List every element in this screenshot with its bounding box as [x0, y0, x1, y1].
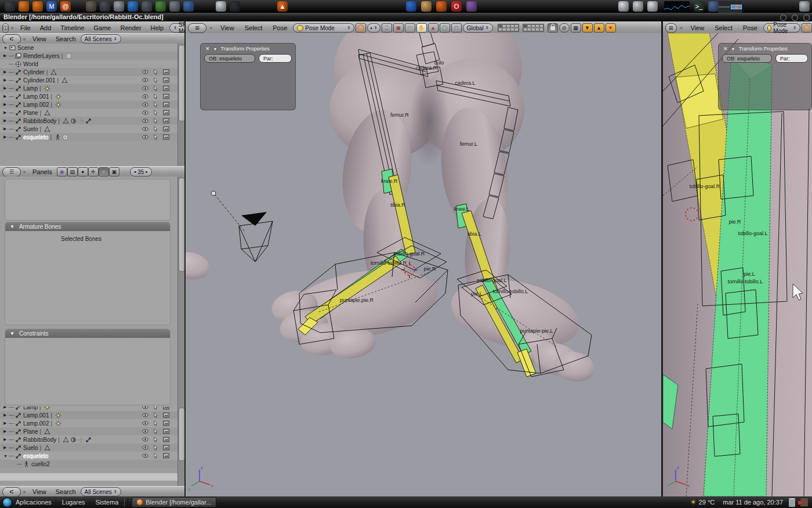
selectability-cursor-icon[interactable]	[153, 420, 159, 426]
outliner-row-lamp-001[interactable]: ▶—Lamp.001|	[0, 411, 177, 419]
renderability-icon[interactable]	[163, 85, 169, 91]
outliner-item-label[interactable]: Scene	[17, 45, 34, 51]
layer-6-button[interactable]	[498, 28, 502, 31]
pose-menu[interactable]: Pose	[743, 24, 757, 31]
outliner-item-label[interactable]: Lamp.001	[23, 412, 49, 419]
google-earth-icon[interactable]	[406, 1, 416, 12]
selectability-cursor-icon[interactable]	[153, 118, 159, 124]
view3d-editor-type-button[interactable]: ⊞	[665, 23, 677, 33]
firefox-icon[interactable]	[436, 1, 447, 12]
outliner-row-cylinder[interactable]: ▶—Cylinder|	[0, 68, 177, 76]
renderability-icon[interactable]	[163, 77, 169, 83]
parent-field[interactable]: Par:	[259, 54, 292, 63]
visibility-eye-icon[interactable]	[142, 126, 148, 132]
expander-closed-icon[interactable]: ▶	[3, 70, 8, 74]
layer-16-button[interactable]	[523, 28, 527, 31]
visibility-eye-icon[interactable]	[142, 69, 148, 75]
blender-icon[interactable]	[19, 1, 29, 12]
outliner-menu-view[interactable]: View	[32, 488, 46, 495]
expander-closed-icon[interactable]: ▶	[3, 445, 8, 450]
layer-17-button[interactable]	[527, 28, 531, 31]
selectability-cursor-icon[interactable]	[153, 102, 159, 107]
outliner-scenes-dropdown[interactable]: All Scenes ⇕	[81, 487, 121, 496]
armature-bones-panel-header[interactable]: ▼ Armature Bones	[5, 222, 170, 231]
viewport-3d-right[interactable]: z x tobillo-goal.Rpie.Rtobillo-goal.Lpie…	[663, 33, 812, 496]
header-collapse-icon[interactable]: ▿	[680, 26, 683, 31]
outliner-row-lamp[interactable]: ▶—Lamp|	[0, 406, 177, 411]
renderability-icon[interactable]	[163, 126, 169, 132]
system-monitor-graph[interactable]	[664, 1, 690, 12]
view3d-editor-type-button[interactable]: ⊞	[188, 23, 206, 33]
ob-name-field[interactable]: OB: esqueleto	[204, 54, 255, 63]
layer-7-button[interactable]	[502, 28, 506, 31]
outliner-item-label[interactable]: World	[23, 61, 38, 67]
pivot-dropdown[interactable]: •⇕	[367, 23, 380, 33]
outliner-menu-search[interactable]: Search	[56, 35, 76, 42]
outliner-row-scene[interactable]: ▼Scene	[0, 44, 177, 52]
transform-properties-panel-mid[interactable]: ✕ ▼ Transform Properties OB: esqueleto P…	[200, 43, 296, 110]
outliner-menu-view[interactable]: View	[32, 35, 46, 42]
menu-add[interactable]: Add	[40, 24, 52, 31]
panel-close-icon[interactable]: ✕	[723, 46, 728, 52]
menu-render[interactable]: Render	[120, 24, 141, 31]
manipulator-toggle-button[interactable]: ✋	[416, 23, 427, 33]
visibility-eye-icon[interactable]	[142, 453, 148, 459]
outliner-item-label[interactable]: cuello2	[31, 461, 50, 467]
games-icon[interactable]	[155, 1, 166, 12]
video-icon[interactable]	[169, 1, 180, 12]
panel-collapse-icon[interactable]: ▼	[10, 224, 14, 229]
editor-type-button[interactable]: ⓘ	[2, 23, 9, 33]
panel-collapse-icon[interactable]: ▼	[731, 47, 735, 51]
expander-open-icon[interactable]: ▼	[3, 454, 8, 458]
window-close-button[interactable]	[803, 15, 810, 21]
scanner-icon[interactable]	[114, 1, 124, 12]
frame-number-field[interactable]: ◂ 35 ▸	[130, 167, 152, 176]
expander-closed-icon[interactable]: ▶	[3, 429, 8, 434]
mode-dropdown[interactable]: Pose Mode ⇕	[293, 23, 354, 33]
window-title-bar[interactable]: Blender [/home/gallardo/Escritorio/Rabbi…	[0, 13, 812, 21]
opera-icon[interactable]: O	[451, 1, 462, 12]
outliner-scenes-dropdown[interactable]: All Scenes ⇕	[81, 34, 121, 44]
selectability-cursor-icon[interactable]	[153, 453, 159, 459]
expander-closed-icon[interactable]: ▶	[3, 406, 8, 409]
renderability-icon[interactable]	[163, 428, 169, 434]
outliner-row-esqueleto[interactable]: ▶—esqueleto|	[0, 133, 177, 141]
calculator-icon[interactable]	[799, 1, 810, 12]
selectability-cursor-icon[interactable]	[153, 445, 159, 451]
mail-client-icon[interactable]	[708, 1, 719, 12]
manipulator-translate-button[interactable]: ▲	[428, 23, 438, 33]
selectability-cursor-icon[interactable]	[153, 412, 159, 418]
outliner-row-esqueleto[interactable]: ▼—esqueleto	[0, 452, 177, 460]
blender-alt-icon[interactable]	[32, 1, 43, 12]
renderability-icon[interactable]	[163, 118, 169, 124]
disc-burner-icon[interactable]	[633, 1, 643, 12]
outliner-item-label[interactable]: RabbitoBody	[23, 437, 56, 443]
outliner-row-cuello2[interactable]: —cuello2	[0, 460, 177, 468]
wmaker-icon[interactable]	[5, 1, 15, 12]
select-menu[interactable]: Select	[715, 24, 733, 31]
trash-icon[interactable]	[789, 498, 795, 507]
editing-context-button[interactable]: ⁘	[99, 167, 109, 176]
expander-closed-icon[interactable]: ▶	[3, 437, 8, 442]
visibility-eye-icon[interactable]	[142, 437, 148, 442]
outliner-row-suelo[interactable]: ▶—Suelo|	[0, 125, 177, 133]
manipulator-scale-button[interactable]: □	[451, 23, 462, 33]
selectability-cursor-icon[interactable]	[153, 134, 159, 140]
renderability-icon[interactable]	[163, 437, 169, 442]
outliner-item-label[interactable]: Lamp.002	[23, 420, 49, 427]
menu-game[interactable]: Game	[94, 24, 111, 31]
orientation-dropdown[interactable]: Global ⇕	[463, 23, 493, 33]
render-preview-button[interactable]: ⊘	[559, 23, 570, 33]
outliner-row-plane[interactable]: ▶—Plane|	[0, 109, 177, 117]
outliner-row-plane[interactable]: ▶—Plane|	[0, 427, 177, 435]
view-menu[interactable]: View	[691, 24, 705, 31]
layer-10-button[interactable]	[514, 28, 519, 31]
taskbar-window-button[interactable]: Blender [/home/gallar...	[132, 497, 216, 507]
draw-type-button[interactable]	[356, 23, 366, 33]
header-collapse-icon[interactable]: ▿	[11, 26, 13, 31]
pidgin-icon[interactable]	[466, 1, 477, 12]
logic-context-button[interactable]: ◉	[57, 167, 67, 176]
outliner-row-rabbitobody[interactable]: ▶—RabbitoBody|	[0, 435, 177, 444]
panel-collapse-icon[interactable]: ▼	[213, 47, 217, 51]
bug-icon[interactable]	[230, 1, 240, 12]
